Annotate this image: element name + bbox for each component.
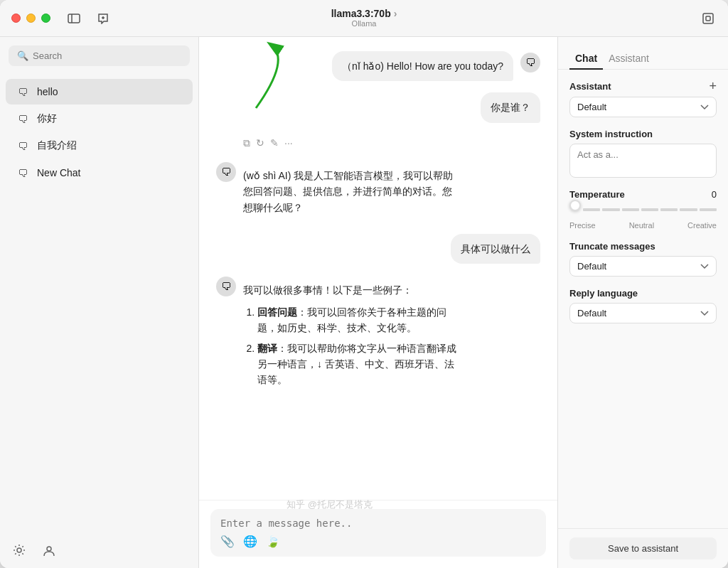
messages-container: 🗨 （nǐ hǎo) Hello! How are you today? 你是谁… [199, 37, 557, 500]
temperature-label: Temperature [569, 189, 625, 200]
tab-assistant[interactable]: Assistant [603, 48, 655, 70]
input-toolbar: 📎 🌐 🍃 [220, 535, 536, 548]
chat-icon: 🗨 [16, 166, 30, 180]
assistant-select[interactable]: Default [569, 97, 717, 117]
sidebar: 🔍 🗨 hello 🗨 你好 🗨 自我介绍 🗨 New C [0, 37, 199, 568]
leaf-icon[interactable]: 🍃 [266, 535, 280, 548]
message-row: 🗨 （nǐ hǎo) Hello! How are you today? [216, 51, 540, 81]
assistant-section: Assistant + Default [569, 80, 717, 117]
sidebar-item-hello[interactable]: 🗨 hello [6, 79, 193, 105]
close-button[interactable] [11, 14, 21, 23]
attachment-icon[interactable]: 📎 [220, 535, 235, 548]
chat-icon: 🗨 [16, 139, 30, 153]
avatar: 🗨 [216, 277, 236, 296]
temperature-value: 0 [712, 189, 717, 200]
tab-chat[interactable]: Chat [569, 48, 603, 70]
sidebar-item-new-chat[interactable]: 🗨 New Chat [6, 160, 193, 186]
assistant-label: Assistant [569, 81, 611, 92]
truncate-select[interactable]: Default [569, 256, 717, 277]
fullscreen-button[interactable] [41, 14, 50, 23]
edit-icon[interactable]: ✎ [270, 137, 279, 149]
globe-icon[interactable]: 🌐 [243, 535, 257, 548]
right-panel-body: Assistant + Default System instruction T… [558, 70, 728, 528]
sidebar-toggle-button[interactable] [65, 11, 83, 26]
title-bar-left-icons [65, 10, 112, 27]
right-panel-footer: Save to assistant [558, 528, 728, 568]
minimize-button[interactable] [26, 14, 36, 23]
slider-segment [641, 208, 658, 211]
sidebar-item-label: 自我介绍 [37, 139, 77, 152]
new-chat-icon-button[interactable] [95, 10, 112, 27]
message-input[interactable] [220, 518, 536, 529]
sidebar-item-nihao[interactable]: 🗨 你好 [6, 106, 193, 132]
temperature-section: Temperature 0 Precise [569, 189, 717, 230]
avatar: 🗨 [216, 162, 236, 182]
svg-rect-0 [68, 14, 80, 23]
chat-icon: 🗨 [16, 85, 30, 99]
slider-thumb[interactable] [569, 200, 581, 211]
sidebar-item-label: New Chat [37, 167, 80, 178]
temperature-slider[interactable] [569, 204, 717, 215]
message-row: 🗨 我可以做很多事情！以下是一些例子： 回答问题：我可以回答你关于各种主题的问题… [216, 275, 540, 399]
system-instruction-input[interactable] [569, 144, 717, 178]
truncate-label: Truncate messages [569, 241, 717, 252]
right-panel: Chat Assistant Assistant + Default Syste… [557, 37, 728, 568]
save-to-assistant-button[interactable]: Save to assistant [569, 537, 717, 559]
more-icon[interactable]: ··· [284, 137, 293, 149]
list-item: 翻译：我可以帮助你将文字从一种语言翻译成另一种语言，↓ 舌英语、中文、西班牙语、… [257, 341, 460, 388]
search-bar[interactable]: 🔍 [9, 45, 190, 66]
message-bubble: (wǒ shì AI) 我是人工智能语言模型，我可以帮助您回答问题、提供信息，并… [243, 161, 470, 223]
message-row: 具体可以做什么 [216, 234, 540, 264]
model-provider: Ollama [352, 19, 377, 28]
model-name[interactable]: llama3.3:70b › [331, 8, 397, 20]
avatar: 🗨 [520, 53, 540, 73]
truncate-section: Truncate messages Default [569, 241, 717, 277]
svg-rect-4 [703, 14, 713, 23]
chat-icon: 🗨 [16, 112, 30, 126]
settings-icon-button[interactable] [10, 541, 28, 559]
slider-segment [583, 208, 600, 211]
slider-segment [660, 208, 678, 211]
copy-icon[interactable]: ⧉ [243, 137, 250, 149]
traffic-lights [11, 14, 50, 23]
temperature-labels: Precise Neutral Creative [569, 221, 717, 230]
svg-point-7 [47, 547, 51, 551]
message-actions: ⧉ ↻ ✎ ··· [216, 137, 540, 149]
add-assistant-button[interactable]: + [709, 80, 717, 92]
search-icon: 🔍 [17, 50, 28, 61]
message-bubble: 具体可以做什么 [451, 234, 540, 264]
message-bubble: 我可以做很多事情！以下是一些例子： 回答问题：我可以回答你关于各种主题的问题，如… [243, 275, 470, 399]
right-panel-tabs: Chat Assistant [558, 37, 728, 70]
chat-container: 🗨 （nǐ hǎo) Hello! How are you today? 你是谁… [199, 37, 557, 568]
svg-point-6 [17, 548, 21, 552]
reply-language-label: Reply language [569, 288, 717, 299]
refresh-icon[interactable]: ↻ [256, 137, 264, 149]
system-instruction-section: System instruction [569, 129, 717, 178]
reply-language-select[interactable]: Default [569, 303, 717, 323]
input-area: 📎 🌐 🍃 [199, 500, 557, 568]
reply-language-section: Reply language Default [569, 288, 717, 323]
slider-segment [680, 208, 697, 211]
title-bar-center: llama3.3:70b › Ollama [331, 8, 397, 29]
title-bar: llama3.3:70b › Ollama [0, 0, 728, 37]
sidebar-item-ziwo[interactable]: 🗨 自我介绍 [6, 133, 193, 159]
sidebar-item-label: hello [37, 86, 58, 97]
system-instruction-label: System instruction [569, 129, 717, 139]
sidebar-footer [0, 532, 198, 568]
sidebar-item-label: 你好 [37, 112, 57, 125]
message-bubble: （nǐ hǎo) Hello! How are you today? [332, 51, 513, 81]
message-row: 🗨 (wǒ shì AI) 我是人工智能语言模型，我可以帮助您回答问题、提供信息… [216, 161, 540, 223]
message-bubble: 你是谁？ [481, 92, 540, 122]
svg-rect-5 [706, 16, 710, 21]
search-input[interactable] [33, 50, 181, 61]
title-bar-right-icons [700, 10, 717, 27]
message-row: 你是谁？ [216, 92, 540, 122]
input-box: 📎 🌐 🍃 [210, 509, 546, 557]
expand-icon-button[interactable] [700, 10, 717, 27]
slider-segment [700, 208, 717, 211]
list-item: 回答问题：我可以回答你关于各种主题的问题，如历史、科学、技术、文化等。 [257, 304, 460, 336]
slider-segment [602, 208, 619, 211]
profile-icon-button[interactable] [40, 541, 58, 559]
sidebar-items: 🗨 hello 🗨 你好 🗨 自我介绍 🗨 New Chat [0, 75, 198, 532]
slider-segment [622, 208, 639, 211]
